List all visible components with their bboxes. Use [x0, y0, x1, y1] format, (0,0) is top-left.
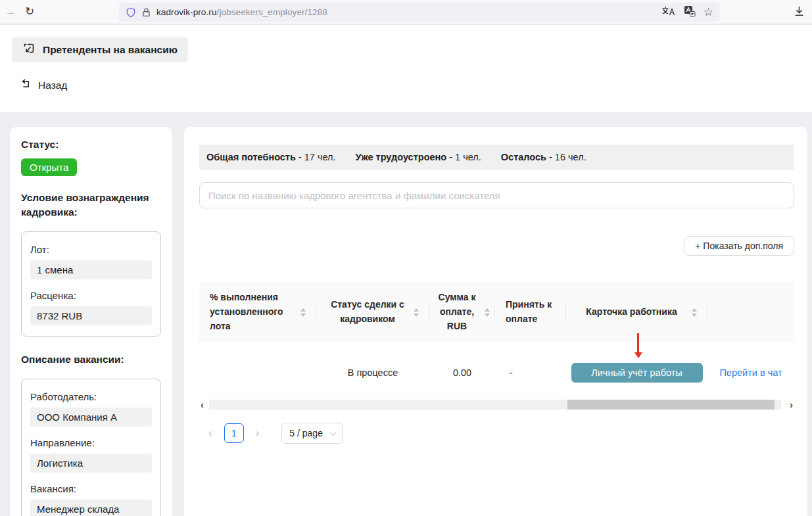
description-box: Работодатель: ООО Компания А Направление…	[21, 379, 161, 516]
stat-remaining-label: Осталось	[501, 152, 546, 162]
download-icon[interactable]	[793, 5, 805, 20]
page-title-chip: Претенденты на вакансию	[12, 37, 188, 62]
pagination-page-1[interactable]: 1	[224, 423, 244, 443]
stat-total-label: Общая потебность	[206, 152, 296, 162]
scroll-right-icon[interactable]: ›	[790, 400, 793, 410]
pagination-prev-icon[interactable]: ‹	[206, 423, 215, 443]
sort-icon[interactable]	[692, 308, 697, 317]
reward-title: Условие вознаграждения кадровика:	[21, 191, 161, 220]
column-header-deal-status-label: Статус сделки с кадровиком	[327, 298, 408, 326]
applicants-panel: Общая потебность - 17 чел. Уже трудоустр…	[184, 127, 807, 516]
table-header-row: % выполнения установленного лота Статус …	[199, 283, 794, 342]
applicants-table: % выполнения установленного лота Статус …	[199, 283, 794, 404]
page-header: Претенденты на вакансию Назад	[0, 25, 812, 112]
column-header-worker-card-label: Карточка работника	[577, 305, 686, 319]
reward-box: Лот: 1 смена Расценка: 8732 RUB	[21, 231, 161, 337]
sort-icon[interactable]	[485, 308, 490, 317]
back-icon	[20, 78, 32, 92]
translate-icon[interactable]	[661, 6, 676, 19]
cell-deal-status: В процессе	[316, 342, 429, 403]
back-label: Назад	[38, 80, 67, 91]
stat-remaining: Осталось - 16 чел.	[501, 152, 586, 162]
vacancy-label: Вакансия:	[30, 483, 152, 494]
cell-accept: -	[495, 342, 566, 403]
lot-label: Лот:	[30, 244, 152, 255]
direction-label: Направление:	[30, 437, 152, 448]
search-box	[199, 182, 794, 208]
pagination-next-icon[interactable]: ›	[253, 423, 262, 443]
stat-employed-label: Уже трудоустроено	[356, 152, 447, 162]
scrollbar-thumb[interactable]	[567, 400, 775, 410]
page-size-select[interactable]: 5 / page	[281, 423, 343, 444]
column-header-accept-label: Принять к оплате	[506, 298, 556, 326]
bookmark-star-icon[interactable]: ☆	[704, 7, 713, 18]
sort-icon[interactable]	[300, 308, 306, 317]
pagination: ‹ 1 › 5 / page	[199, 423, 343, 444]
back-button[interactable]: Назад	[20, 78, 67, 92]
table-row: В процессе 0.00 - Личный учёт работы Пер…	[199, 342, 794, 404]
sort-icon[interactable]	[414, 308, 419, 317]
personal-work-log-button[interactable]: Личный учёт работы	[571, 363, 703, 383]
search-input[interactable]	[200, 183, 794, 208]
page-title: Претенденты на вакансию	[43, 44, 178, 56]
url-text[interactable]: kadrovik-pro.ru/jobseekers_employer/1288	[156, 7, 327, 17]
stat-total: Общая потебность - 17 чел.	[206, 152, 336, 162]
column-header-amount[interactable]: Сумма к оплате, RUB	[429, 283, 495, 342]
rate-value: 8732 RUB	[30, 306, 152, 325]
column-header-percent[interactable]: % выполнения установленного лота	[199, 283, 316, 342]
applicants-icon	[22, 42, 36, 58]
column-header-deal-status[interactable]: Статус сделки с кадровиком	[316, 283, 429, 342]
stat-remaining-value: - 16 чел.	[546, 152, 586, 162]
direction-value: Логистика	[30, 454, 152, 473]
stat-total-value: - 17 чел.	[296, 152, 336, 162]
rate-label: Расценка:	[30, 290, 152, 301]
employer-value: ООО Компания А	[30, 408, 152, 427]
scroll-left-icon[interactable]: ‹	[201, 400, 204, 410]
translate-page-icon[interactable]	[684, 5, 696, 20]
page-size-value: 5 / page	[289, 428, 323, 438]
horizontal-scrollbar: ‹ ›	[199, 400, 794, 410]
column-header-chat	[707, 283, 794, 342]
cell-chat: Перейти в чат	[707, 342, 794, 403]
vacancy-value: Менеджер склада	[30, 500, 152, 516]
employer-label: Работодатель:	[30, 391, 152, 402]
description-title: Описание вакансии:	[21, 352, 161, 367]
show-extra-fields-button[interactable]: + Показать доп.поля	[684, 236, 794, 256]
cell-percent	[199, 342, 316, 403]
shield-icon[interactable]	[126, 7, 136, 18]
stat-employed: Уже трудоустроено - 1 чел.	[356, 152, 481, 162]
status-label: Статус:	[21, 139, 161, 151]
annotation-arrow-icon	[634, 333, 642, 358]
browser-toolbar: → ↻ kadrovik-pro.ru/jobseekers_employer/…	[0, 0, 812, 24]
lock-icon[interactable]	[141, 7, 151, 18]
go-to-chat-link[interactable]: Перейти в чат	[719, 367, 782, 378]
vacancy-sidebar: Статус: Открыта Условие вознаграждения к…	[10, 127, 172, 516]
url-domain: kadrovik-pro.ru	[156, 7, 217, 17]
chevron-down-icon	[330, 429, 337, 436]
refresh-icon[interactable]: ↻	[25, 5, 34, 18]
url-path: /jobseekers_employer/1288	[217, 7, 327, 17]
column-header-percent-label: % выполнения установленного лота	[210, 291, 295, 333]
status-badge[interactable]: Открыта	[21, 158, 77, 176]
column-header-amount-label: Сумма к оплате, RUB	[435, 291, 479, 333]
cell-amount: 0.00	[429, 342, 495, 403]
url-bar[interactable]: kadrovik-pro.ru/jobseekers_employer/1288…	[119, 3, 720, 22]
forward-icon[interactable]: →	[5, 5, 16, 18]
scrollbar-track[interactable]	[209, 400, 781, 410]
column-header-accept: Принять к оплате	[495, 283, 566, 342]
lot-value: 1 смена	[30, 260, 152, 279]
stat-employed-value: - 1 чел.	[446, 152, 481, 162]
stats-bar: Общая потебность - 17 чел. Уже трудоустр…	[199, 145, 794, 170]
